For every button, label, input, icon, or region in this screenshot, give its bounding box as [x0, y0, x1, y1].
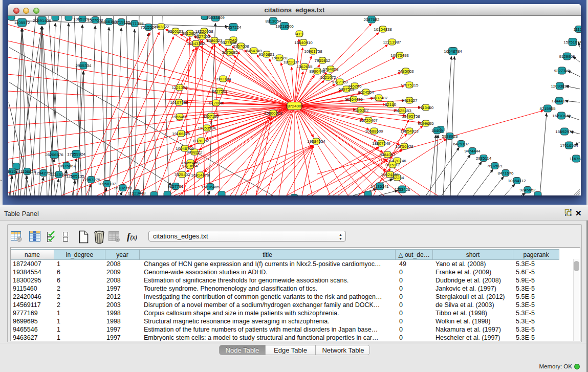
svg-text:746266: 746266: [348, 84, 362, 89]
svg-text:16210643: 16210643: [552, 114, 571, 118]
svg-text:19166829: 19166829: [172, 132, 190, 136]
svg-text:546: 546: [230, 38, 237, 42]
svg-text:9463627: 9463627: [401, 98, 418, 103]
svg-text:252254: 252254: [390, 176, 404, 180]
svg-text:2803144: 2803144: [215, 77, 231, 81]
svg-text:10961758: 10961758: [304, 49, 322, 54]
svg-text:20691406: 20691406: [33, 18, 51, 23]
svg-text:5938923: 5938923: [442, 134, 458, 139]
svg-text:16543382: 16543382: [187, 41, 205, 46]
svg-text:1733426: 1733426: [394, 187, 410, 192]
svg-text:2905334: 2905334: [75, 63, 92, 68]
svg-text:16782759: 16782759: [114, 186, 132, 190]
svg-text:62160: 62160: [385, 102, 397, 107]
svg-text:2935114: 2935114: [476, 156, 492, 161]
svg-text:7955812: 7955812: [314, 58, 331, 63]
svg-text:3675685: 3675685: [222, 50, 238, 55]
svg-text:8427552: 8427552: [211, 89, 228, 94]
svg-text:7485063: 7485063: [398, 69, 414, 74]
svg-text:9474444: 9474444: [464, 149, 481, 154]
svg-text:12213987: 12213987: [383, 40, 401, 45]
svg-text:39154: 39154: [8, 169, 18, 174]
svg-text:17016504: 17016504: [560, 143, 578, 148]
svg-text:7357224: 7357224: [225, 25, 242, 30]
svg-text:1965492: 1965492: [171, 115, 188, 119]
svg-text:9084067: 9084067: [379, 152, 396, 157]
svg-text:12353594: 12353594: [198, 126, 216, 130]
svg-text:19384554: 19384554: [307, 139, 325, 144]
svg-text:2087682: 2087682: [363, 17, 380, 22]
svg-text:9115460: 9115460: [418, 105, 434, 110]
svg-text:1405572: 1405572: [14, 20, 30, 25]
svg-text:9857791: 9857791: [167, 184, 184, 189]
svg-text:9699695: 9699695: [418, 121, 434, 126]
svg-text:1362615: 1362615: [296, 64, 313, 69]
svg-text:15720407: 15720407: [359, 118, 378, 123]
svg-text:16914479: 16914479: [191, 173, 209, 178]
svg-text:116753: 116753: [570, 157, 581, 161]
svg-text:8215955: 8215955: [539, 106, 556, 111]
svg-text:17359924: 17359924: [67, 152, 85, 157]
svg-text:3267130: 3267130: [203, 114, 219, 119]
svg-text:20364436: 20364436: [344, 97, 363, 102]
svg-text:1221338: 1221338: [171, 85, 188, 90]
svg-text:10807487: 10807487: [369, 96, 388, 100]
svg-text:419: 419: [296, 32, 303, 36]
svg-text:8471676: 8471676: [497, 171, 514, 176]
svg-text:8378332: 8378332: [193, 139, 209, 143]
svg-text:15692971: 15692971: [555, 129, 574, 134]
svg-text:25300203: 25300203: [264, 111, 282, 116]
svg-text:9227342: 9227342: [554, 69, 570, 73]
svg-text:1621072: 1621072: [320, 75, 336, 80]
svg-text:12093822: 12093822: [551, 84, 569, 89]
svg-text:10107554: 10107554: [170, 100, 188, 105]
svg-text:9773664: 9773664: [182, 164, 198, 168]
svg-text:15640910: 15640910: [294, 40, 313, 45]
svg-text:9129966: 9129966: [559, 54, 575, 59]
svg-text:11123: 11123: [573, 27, 581, 32]
svg-text:7625402: 7625402: [174, 172, 190, 177]
svg-text:6479197: 6479197: [453, 142, 469, 146]
svg-text:10688609: 10688609: [365, 129, 383, 134]
svg-text:10973493: 10973493: [390, 53, 409, 58]
svg-text:7632621: 7632621: [487, 164, 503, 168]
svg-text:9498222: 9498222: [186, 150, 203, 155]
svg-text:11156829: 11156829: [18, 169, 36, 174]
svg-text:10975867: 10975867: [57, 164, 76, 168]
svg-text:8660123: 8660123: [167, 29, 184, 34]
svg-text:11923448: 11923448: [128, 191, 146, 195]
svg-text:817006: 817006: [209, 101, 223, 105]
svg-text:7663822: 7663822: [153, 25, 169, 29]
svg-text:15751074: 15751074: [563, 40, 581, 45]
svg-text:7986322: 7986322: [353, 108, 369, 113]
svg-text:9245652: 9245652: [519, 188, 536, 192]
svg-text:8813054: 8813054: [265, 19, 281, 24]
svg-text:9777169: 9777169: [332, 80, 348, 84]
svg-text:3624554: 3624554: [358, 90, 374, 95]
svg-text:10025453: 10025453: [393, 108, 411, 113]
svg-text:1822037: 1822037: [283, 60, 299, 64]
svg-text:19654923: 19654923: [400, 129, 419, 134]
svg-text:2367608: 2367608: [233, 44, 249, 49]
svg-text:18226058: 18226058: [195, 29, 213, 34]
svg-text:17975115: 17975115: [401, 83, 419, 87]
svg-text:18495758: 18495758: [402, 114, 420, 119]
svg-text:26206576: 26206576: [45, 152, 63, 157]
svg-text:15716485: 15716485: [201, 185, 220, 189]
svg-text:10654112: 10654112: [508, 179, 527, 183]
svg-text:16154838: 16154838: [374, 27, 392, 32]
svg-text:16648784: 16648784: [444, 49, 462, 54]
svg-text:1244419: 1244419: [551, 99, 568, 103]
svg-text:14136141: 14136141: [371, 184, 389, 189]
svg-text:19218506: 19218506: [275, 24, 294, 29]
svg-text:6794028: 6794028: [322, 67, 339, 72]
svg-text:16033809: 16033809: [206, 16, 225, 20]
svg-text:10756928: 10756928: [395, 144, 413, 149]
svg-text:1615112: 1615112: [385, 163, 401, 167]
svg-text:18807249: 18807249: [372, 141, 390, 146]
svg-text:11345194: 11345194: [50, 172, 69, 177]
svg-text:18724007: 18724007: [285, 104, 303, 108]
svg-text:16409: 16409: [431, 128, 443, 133]
